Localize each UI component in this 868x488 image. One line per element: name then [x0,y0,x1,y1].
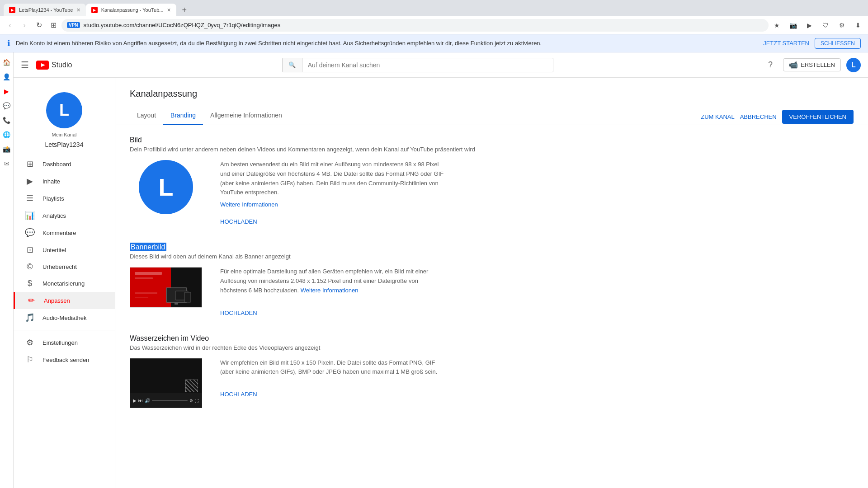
bild-desc: Dein Profilbild wird unter anderem neben… [130,146,854,153]
settings-icon[interactable]: ⚙ [835,19,848,32]
banner-preview-image [130,267,202,308]
search-input[interactable] [302,61,553,69]
tab-2-favicon: ▶ [91,7,98,13]
nav-item-anpassen[interactable]: ✏ Anpassen [14,292,115,309]
bild-title: Bild [130,136,854,144]
tab-allgemeine[interactable]: Allgemeine Informationen [203,106,289,125]
tab-bar: ▶ LetsPlay1234 - YouTube × ▶ Kanalanpass… [0,0,868,16]
tabs-and-actions: Layout Branding Allgemeine Informationen… [115,106,868,125]
extensions-button[interactable]: ⊞ [47,19,60,32]
zum-kanal-button[interactable]: ZUM KANAL [701,113,734,120]
nav-item-analytics[interactable]: 📊 Analytics [14,207,115,224]
nav-item-audio-mediathek[interactable]: 🎵 Audio-Mediathek [14,309,115,326]
help-icon[interactable]: ? [763,58,778,72]
settings-control-icon: ⚙ [189,399,193,403]
watermark-section: Wasserzeichen im Video Das Wasserzeichen… [130,334,854,408]
banner-desc: Dieses Bild wird oben auf deinem Kanal a… [130,253,854,260]
feedback-icon: ⚐ [24,355,35,365]
dashboard-icon: ⊞ [24,159,35,169]
bookmark-icon[interactable]: ★ [770,19,783,32]
tab-2-close[interactable]: × [167,6,170,14]
banner-info: Für eine optimale Darstellung auf allen … [220,267,446,316]
watermark-mark [185,380,198,392]
studio-logo: Studio [36,61,72,70]
jetzt-starten-button[interactable]: JETZT STARTEN [763,40,809,47]
nav-label-kommentare: Kommentare [42,230,76,236]
address-bar[interactable]: VPN studio.youtube.com/channel/UCocN6zQP… [61,19,769,32]
nav-item-kommentare[interactable]: 💬 Kommentare [14,224,115,241]
sidebar-icon-chat[interactable]: 💬 [0,99,13,112]
banner-preview-container [130,267,202,308]
download-icon[interactable]: ⬇ [852,19,864,32]
studio-search: 🔍 [282,58,553,72]
nav-bar: ‹ › ↻ ⊞ VPN studio.youtube.com/channel/U… [0,16,868,34]
abbrechen-button[interactable]: ABBRECHEN [740,113,777,120]
refresh-button[interactable]: ↻ [33,19,45,32]
sidebar-icon-instagram[interactable]: 📸 [0,143,13,155]
shield-icon[interactable]: 🛡 [819,19,832,32]
nav-item-monetarisierung[interactable]: $ Monetarisierung [14,275,115,292]
watermark-body: ▶ ⏭ 🔊 ⚙ ⛶ Wir em [130,358,854,408]
nav-label-monetarisierung: Monetarisierung [42,280,85,287]
banner-title: Bannerbild [130,243,854,251]
bild-upload-button[interactable]: HOCHLADEN [220,218,257,225]
bild-info-text: Am besten verwendest du ein Bild mit ein… [220,160,446,197]
user-avatar[interactable]: L [846,58,861,72]
einstellungen-icon: ⚙ [24,338,35,347]
forward-button[interactable]: › [18,19,31,32]
nav-item-feedback[interactable]: ⚐ Feedback senden [14,351,115,368]
banner-more-info-link[interactable]: Weitere Informationen [301,287,359,294]
nav-sidebar: L Mein Kanal LetsPlay1234 ⊞ Dashboard ▶ … [14,78,115,488]
nav-item-einstellungen[interactable]: ⚙ Einstellungen [14,334,115,351]
play-icon[interactable]: ▶ [803,19,816,32]
studio-app: ☰ Studio 🔍 ? 📹 [14,52,868,488]
security-close-button[interactable]: SCHLIESSEN [815,38,861,49]
banner-upload-button[interactable]: HOCHLADEN [220,310,257,316]
create-label: ERSTELLEN [801,61,835,68]
tab-layout[interactable]: Layout [130,106,163,125]
bild-more-info-link[interactable]: Weitere Informationen [220,201,278,208]
back-button[interactable]: ‹ [4,19,16,32]
playlists-icon: ☰ [24,193,35,203]
nav-item-dashboard[interactable]: ⊞ Dashboard [14,155,115,173]
new-tab-button[interactable]: + [178,4,191,16]
nav-label-urheberrecht: Urheberrecht [42,263,77,270]
tab-2-title: Kanalanpassung - YouTub... [101,7,164,13]
nav-label-untertitel: Untertitel [42,247,66,253]
sidebar-icon-person[interactable]: 👤 [0,70,13,83]
sidebar-icon-play[interactable]: ▶ [0,85,13,98]
nav-label-audio: Audio-Mediathek [42,314,87,321]
hamburger-menu[interactable]: ☰ [21,60,29,70]
veroeffentlichen-button[interactable]: VERÖFFENTLICHEN [782,110,854,124]
sidebar-icon-phone[interactable]: 📞 [0,114,13,127]
camera-icon[interactable]: 📷 [787,19,799,32]
sidebar-icon-home[interactable]: 🏠 [0,56,13,69]
search-icon[interactable]: 🔍 [283,58,302,72]
sidebar-icon-web[interactable]: 🌐 [0,128,13,141]
tab-branding[interactable]: Branding [163,106,203,125]
urheberrecht-icon: © [24,262,35,272]
create-button[interactable]: 📹 ERSTELLEN [783,58,841,71]
prev-control-icon: ⏭ [138,398,143,403]
nav-label-anpassen: Anpassen [44,297,70,304]
watermark-upload-button[interactable]: HOCHLADEN [220,391,257,398]
nav-item-urheberrecht[interactable]: © Urheberrecht [14,258,115,275]
tab-2[interactable]: ▶ Kanalanpassung - YouTub... × [86,4,176,16]
nav-icons: ★ 📷 ▶ 🛡 ⚙ ⬇ [770,19,864,32]
svg-rect-12 [135,297,148,298]
nav-item-untertitel[interactable]: ⊡ Untertitel [14,241,115,258]
content-area: Bild Dein Profilbild wird unter anderem … [115,125,868,437]
tab-1[interactable]: ▶ LetsPlay1234 - YouTube × [4,4,86,16]
sidebar-icon-email[interactable]: ✉ [0,157,13,170]
watermark-info-text: Wir empfehlen ein Bild mit 150 x 150 Pix… [220,358,446,377]
nav-item-inhalte[interactable]: ▶ Inhalte [14,173,115,190]
tab-1-close[interactable]: × [76,6,80,14]
channel-name: LetsPlay1234 [45,141,84,148]
nav-divider [14,330,115,330]
watermark-player-area [130,359,202,393]
svg-rect-8 [184,292,191,302]
svg-rect-6 [175,302,178,305]
app: 🏠 👤 ▶ 💬 📞 🌐 📸 ✉ ☰ Studio � [0,52,868,488]
tab-1-title: LetsPlay1234 - YouTube [19,7,73,13]
nav-item-playlists[interactable]: ☰ Playlists [14,190,115,207]
